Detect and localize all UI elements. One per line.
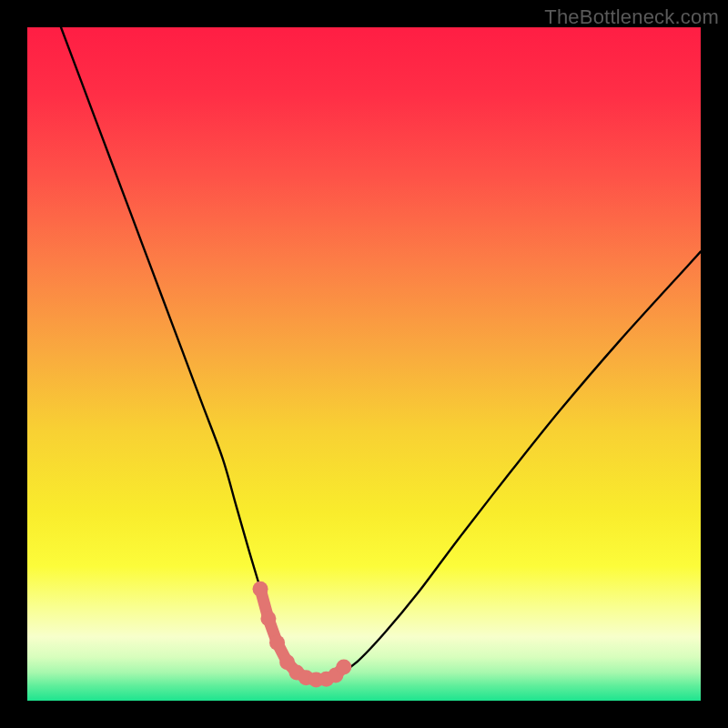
bead-point (269, 635, 285, 651)
highlight-beads (253, 581, 352, 688)
bead-point (336, 660, 351, 675)
bead-point (260, 611, 276, 626)
bottleneck-chart (27, 27, 701, 701)
bottleneck-curve (61, 27, 701, 680)
bead-point (253, 581, 268, 597)
plot-frame (27, 27, 701, 701)
watermark-label: TheBottleneck.com (544, 5, 719, 29)
beads-connector (260, 589, 344, 680)
